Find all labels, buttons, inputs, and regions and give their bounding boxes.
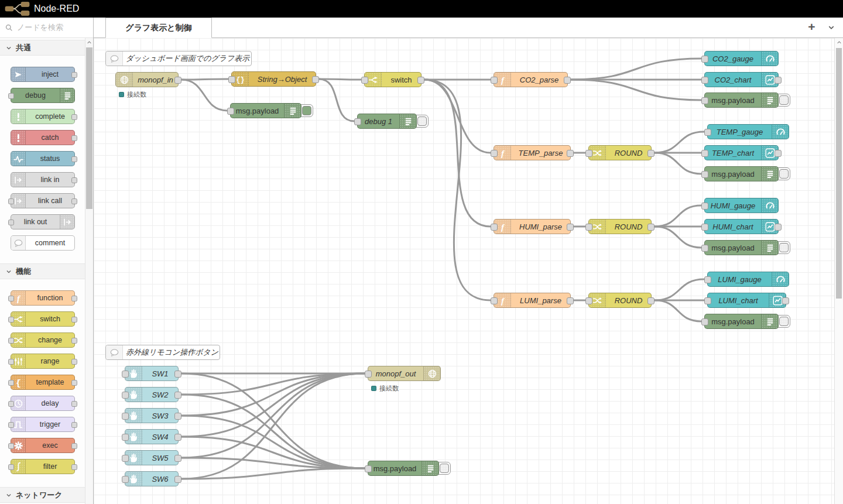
output-port[interactable] bbox=[174, 371, 181, 378]
palette-node-status[interactable]: status bbox=[11, 151, 75, 166]
palette-node-inject[interactable]: inject bbox=[11, 67, 75, 82]
input-port[interactable] bbox=[122, 476, 129, 483]
output-port[interactable] bbox=[174, 413, 181, 420]
input-port[interactable] bbox=[8, 422, 14, 428]
output-port[interactable] bbox=[174, 455, 181, 462]
input-port[interactable] bbox=[491, 150, 498, 157]
input-port[interactable] bbox=[228, 76, 235, 83]
palette-node-change[interactable]: change bbox=[11, 332, 75, 348]
wire-round1-to-mp3[interactable] bbox=[654, 153, 701, 174]
output-port[interactable] bbox=[174, 476, 181, 483]
output-port[interactable] bbox=[71, 380, 77, 386]
node-mp6[interactable]: msg.payload bbox=[368, 461, 439, 476]
palette-node-delay[interactable]: delay bbox=[11, 396, 75, 411]
node-round2[interactable]: ROUND bbox=[588, 219, 652, 234]
output-port[interactable] bbox=[71, 464, 77, 470]
node-mp4[interactable]: msg.payload bbox=[704, 240, 779, 255]
node-debug1[interactable]: debug 1 bbox=[357, 114, 417, 129]
palette-node-function[interactable]: ffunction bbox=[11, 290, 75, 306]
node-monopf_out[interactable]: monopf_out bbox=[368, 366, 441, 381]
wire-sw6-to-mp6[interactable] bbox=[181, 468, 365, 479]
output-port[interactable] bbox=[174, 77, 181, 84]
output-port[interactable] bbox=[647, 297, 654, 304]
input-port[interactable] bbox=[701, 203, 708, 210]
input-port[interactable] bbox=[701, 97, 708, 104]
palette-node-exec[interactable]: exec bbox=[11, 438, 75, 453]
input-port[interactable] bbox=[8, 93, 14, 99]
comment-node-c1[interactable]: ダッシュボード画面でのグラフ表示 bbox=[105, 51, 252, 66]
node-mp3[interactable]: msg.payload bbox=[704, 166, 779, 181]
wire-sw1-to-mp6[interactable] bbox=[181, 373, 365, 468]
palette-category-3[interactable]: ネットワーク bbox=[0, 487, 85, 503]
wire-round2-to-humi_gauge[interactable] bbox=[654, 205, 701, 227]
output-port[interactable] bbox=[71, 338, 77, 344]
palette-node-comment[interactable]: comment bbox=[11, 235, 75, 251]
node-mp5[interactable]: msg.payload bbox=[704, 314, 779, 329]
output-port[interactable] bbox=[775, 224, 782, 231]
wire-round2-to-mp4[interactable] bbox=[654, 227, 701, 248]
node-monopf_in[interactable]: monopf_in bbox=[115, 72, 179, 87]
input-port[interactable] bbox=[8, 296, 14, 301]
node-humi_gauge[interactable]: HUMI_gauge bbox=[704, 198, 779, 213]
node-co2_gauge[interactable]: CO2_gauge bbox=[704, 51, 779, 66]
palette-node-link-call[interactable]: link call bbox=[11, 193, 75, 208]
input-port[interactable] bbox=[491, 77, 498, 84]
output-port[interactable] bbox=[174, 434, 181, 441]
input-port[interactable] bbox=[701, 150, 708, 157]
output-port[interactable] bbox=[647, 224, 654, 231]
wire-switch1-to-lumi_parse[interactable] bbox=[424, 80, 491, 300]
node-sw5[interactable]: SW5 bbox=[125, 450, 179, 465]
input-port[interactable] bbox=[585, 297, 592, 304]
input-port[interactable] bbox=[8, 443, 14, 449]
palette-scrollbar-up-icon[interactable] bbox=[85, 38, 93, 47]
output-port[interactable] bbox=[647, 150, 654, 157]
output-port[interactable] bbox=[775, 150, 782, 157]
node-sw2[interactable]: SW2 bbox=[125, 387, 179, 402]
wire-switch1-to-humi_parse[interactable] bbox=[424, 80, 491, 227]
node-round1[interactable]: ROUND bbox=[588, 145, 652, 160]
input-port[interactable] bbox=[701, 56, 708, 63]
output-port[interactable] bbox=[71, 114, 77, 120]
tab-graph-display[interactable]: グラフ表示と制御 bbox=[105, 18, 212, 38]
input-port[interactable] bbox=[701, 224, 708, 231]
output-port[interactable] bbox=[312, 76, 319, 83]
output-port[interactable] bbox=[71, 401, 77, 407]
wire-sw3-to-mp6[interactable] bbox=[181, 416, 365, 468]
output-port[interactable] bbox=[71, 72, 77, 78]
input-port[interactable] bbox=[701, 171, 708, 178]
node-sw3[interactable]: SW3 bbox=[125, 408, 179, 423]
palette-node-filter[interactable]: filter bbox=[11, 459, 75, 474]
node-sw4[interactable]: SW4 bbox=[125, 429, 179, 444]
node-temp_gauge[interactable]: TEMP_gauge bbox=[707, 124, 789, 139]
input-port[interactable] bbox=[122, 434, 129, 441]
node-temp_parse[interactable]: fTEMP_parse bbox=[494, 145, 571, 160]
wire-monopf_in-to-str2obj[interactable] bbox=[181, 79, 228, 80]
palette-scrollbar-thumb[interactable] bbox=[86, 47, 92, 209]
wire-sw5-to-monopf_out[interactable] bbox=[181, 373, 365, 458]
canvas-scrollbar-thumb[interactable] bbox=[836, 48, 842, 299]
node-str2obj[interactable]: {}String→Object bbox=[231, 71, 316, 87]
node-lumi_gauge[interactable]: LUMI_gauge bbox=[707, 272, 789, 287]
input-port[interactable] bbox=[361, 77, 368, 84]
input-port[interactable] bbox=[8, 198, 14, 204]
output-port[interactable] bbox=[71, 156, 77, 162]
node-round3[interactable]: ROUND bbox=[588, 293, 652, 308]
output-port[interactable] bbox=[775, 77, 782, 84]
wire-monopf_in-to-mp1[interactable] bbox=[181, 80, 227, 111]
output-port[interactable] bbox=[71, 317, 77, 323]
wire-co2_parse-to-mp2[interactable] bbox=[571, 80, 701, 100]
output-port[interactable] bbox=[71, 422, 77, 428]
node-sw1[interactable]: SW1 bbox=[125, 366, 179, 381]
output-port[interactable] bbox=[564, 77, 571, 84]
input-port[interactable] bbox=[122, 413, 129, 420]
node-sw6[interactable]: SW6 bbox=[125, 471, 179, 486]
comment-node-c2[interactable]: 赤外線リモコン操作ボタン bbox=[105, 345, 220, 360]
input-port[interactable] bbox=[491, 224, 498, 231]
wire-round3-to-lumi_gauge[interactable] bbox=[654, 279, 704, 300]
palette-node-template[interactable]: {template bbox=[11, 375, 75, 390]
output-port[interactable] bbox=[71, 443, 77, 449]
input-port[interactable] bbox=[704, 276, 711, 283]
canvas-scrollbar-up-icon[interactable] bbox=[835, 38, 843, 47]
wire-str2obj-to-debug1[interactable] bbox=[319, 79, 354, 121]
input-port[interactable] bbox=[122, 455, 129, 462]
